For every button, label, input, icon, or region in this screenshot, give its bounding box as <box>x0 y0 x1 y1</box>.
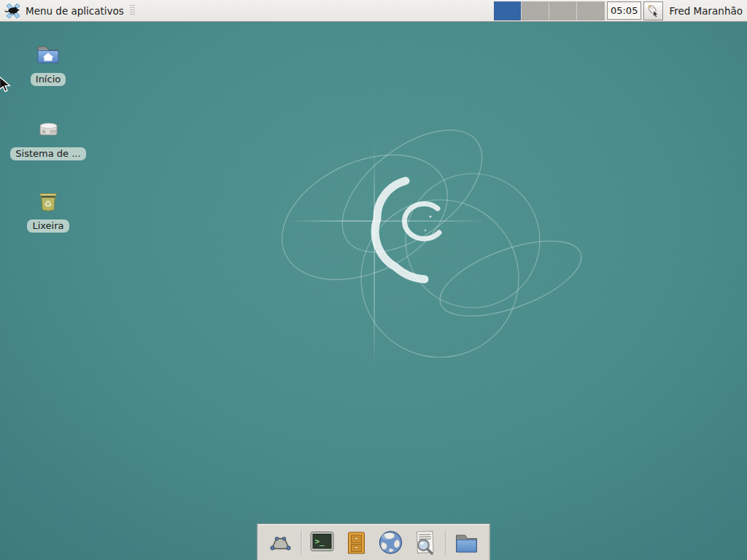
workspace-4[interactable] <box>577 1 605 20</box>
desktop-icon-filesystem[interactable]: Sistema de ... <box>8 115 88 160</box>
desktop-icon-label: Sistema de ... <box>10 147 85 160</box>
dock-app-finder-button[interactable] <box>411 529 439 556</box>
desktop-icon-label: Lixeira <box>27 219 69 233</box>
workspace-3[interactable] <box>549 1 577 20</box>
recycle-glyph: ♻ <box>44 199 53 209</box>
panel-clock: 05:05 <box>607 1 641 20</box>
dock-separator <box>446 530 446 555</box>
dock-show-desktop-button[interactable] <box>267 529 295 556</box>
dock-file-manager-button[interactable] <box>453 529 481 556</box>
folder-icon <box>453 529 481 556</box>
input-device-button[interactable] <box>643 1 663 20</box>
dock-file-cabinet-button[interactable] <box>343 529 371 556</box>
terminal-prompt-glyph: >_ <box>315 536 325 545</box>
dock-separator <box>301 530 302 555</box>
xfce-logo-icon <box>4 2 22 20</box>
wallpaper-ellipses <box>262 106 590 357</box>
wallpaper-crosshair <box>288 142 481 368</box>
desktop-icon-trash[interactable]: ♻ Lixeira <box>8 187 88 233</box>
desktop-background: Menu de aplicativos 05:05 <box>0 0 747 560</box>
file-cabinet-icon <box>343 529 371 556</box>
panel-right-cluster: 05:05 Fred Maranhão <box>494 0 747 21</box>
workspace-pager <box>494 1 605 20</box>
top-panel: Menu de aplicativos 05:05 <box>0 0 747 22</box>
dock-terminal-button[interactable]: >_ <box>309 529 336 556</box>
workspace-2[interactable] <box>522 1 549 20</box>
bottom-dock: >_ <box>258 524 490 560</box>
desktop-icon-home[interactable]: Início <box>8 41 88 86</box>
workspace-1[interactable] <box>494 1 522 20</box>
drag-grip-icon[interactable] <box>130 5 135 16</box>
globe-icon <box>377 529 405 556</box>
applications-menu-button[interactable]: Menu de aplicativos <box>0 0 139 21</box>
applications-menu-label: Menu de aplicativos <box>26 5 124 17</box>
debian-swirl <box>375 181 439 279</box>
dock-web-browser-button[interactable] <box>377 529 405 556</box>
trash-bin-icon: ♻ <box>34 187 62 215</box>
terminal-icon: >_ <box>309 529 336 556</box>
desktop-icon-label: Início <box>31 73 66 86</box>
search-document-icon <box>411 529 439 556</box>
show-desktop-icon <box>267 529 295 556</box>
wallpaper-art <box>0 0 747 560</box>
user-actions-button[interactable]: Fred Maranhão <box>669 5 743 17</box>
home-folder-icon <box>34 41 62 69</box>
filesystem-drive-icon <box>34 115 62 143</box>
mouse-pointer-device-icon <box>646 4 660 18</box>
